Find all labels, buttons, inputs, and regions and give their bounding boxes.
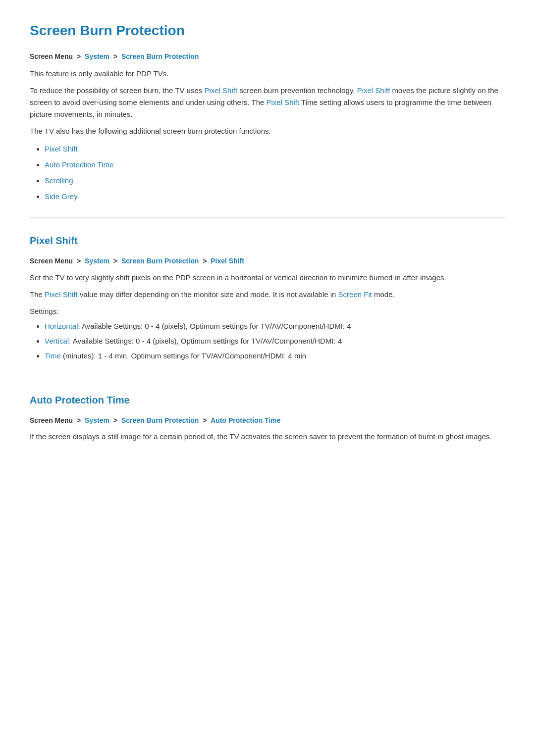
ps-breadcrumb-pixel-shift[interactable]: Pixel Shift <box>211 257 244 265</box>
list-item-pixel-shift: Pixel Shift <box>45 143 505 155</box>
apt-sep-3: > <box>203 416 209 424</box>
apt-sep-2: > <box>113 416 119 424</box>
divider-2 <box>30 377 505 377</box>
apt-sep-1: > <box>77 416 83 424</box>
setting-horizontal: Horizontal: Available Settings: 0 - 4 (p… <box>45 320 505 332</box>
pixel-shift-inline-link-1[interactable]: Pixel Shift <box>45 290 78 299</box>
list-item-scrolling: Scrolling <box>45 175 505 187</box>
time-description: (minutes): 1 - 4 min, Optimum settings f… <box>61 352 306 360</box>
setting-vertical: Vertical: Available Settings: 0 - 4 (pix… <box>45 335 505 347</box>
auto-protection-time-bullet-link[interactable]: Auto Protection Time <box>45 160 113 169</box>
ps-breadcrumb-screen-menu: Screen Menu <box>30 257 73 265</box>
intro-para-1: This feature is only available for PDP T… <box>30 68 505 80</box>
side-grey-bullet-link[interactable]: Side Grey <box>45 192 78 201</box>
breadcrumb-separator-2: > <box>113 52 119 60</box>
ps-sep-3: > <box>203 257 209 265</box>
apt-breadcrumb-system[interactable]: System <box>85 416 109 424</box>
pixel-shift-para-2: The Pixel Shift value may differ dependi… <box>30 289 505 301</box>
breadcrumb-system[interactable]: System <box>85 52 109 60</box>
screen-fit-inline-link[interactable]: Screen Fit <box>338 290 372 299</box>
settings-label: Settings: <box>30 305 505 317</box>
list-item-side-grey: Side Grey <box>45 191 505 202</box>
page-title: Screen Burn Protection <box>30 20 505 42</box>
breadcrumb: Screen Menu > System > Screen Burn Prote… <box>30 51 505 62</box>
apt-breadcrumb-screen-burn[interactable]: Screen Burn Protection <box>121 416 199 424</box>
auto-protection-section-heading: Auto Protection Time <box>30 392 505 408</box>
time-label[interactable]: Time <box>45 352 61 360</box>
ps-breadcrumb-screen-burn[interactable]: Screen Burn Protection <box>121 257 199 265</box>
pixel-shift-para-1: Set the TV to very slightly shift pixels… <box>30 272 505 284</box>
breadcrumb-screen-burn-protection[interactable]: Screen Burn Protection <box>121 52 199 60</box>
breadcrumb-screen-menu: Screen Menu <box>30 52 73 60</box>
feature-list: Pixel Shift Auto Protection Time Scrolli… <box>45 143 505 202</box>
pixel-shift-link-1[interactable]: Pixel Shift <box>204 86 237 95</box>
auto-protection-para-1: If the screen displays a still image for… <box>30 431 505 443</box>
horizontal-description: : Available Settings: 0 - 4 (pixels), Op… <box>78 322 351 330</box>
pixel-shift-link-3[interactable]: Pixel Shift <box>267 98 300 106</box>
pixel-shift-bullet-link[interactable]: Pixel Shift <box>45 145 78 153</box>
scrolling-bullet-link[interactable]: Scrolling <box>45 176 73 185</box>
vertical-label[interactable]: Vertical <box>45 337 69 345</box>
apt-breadcrumb-auto-protection[interactable]: Auto Protection Time <box>211 416 280 424</box>
pixel-shift-section-heading: Pixel Shift <box>30 233 505 249</box>
intro-para-3: The TV also has the following additional… <box>30 125 505 137</box>
horizontal-label[interactable]: Horizontal <box>45 322 78 330</box>
list-item-auto-protection-time: Auto Protection Time <box>45 159 505 171</box>
intro-para-2: To reduce the possibility of screen burn… <box>30 85 505 120</box>
pixel-shift-link-2[interactable]: Pixel Shift <box>357 86 390 95</box>
pixel-shift-breadcrumb: Screen Menu > System > Screen Burn Prote… <box>30 255 505 266</box>
ps-sep-2: > <box>113 257 119 265</box>
ps-sep-1: > <box>77 257 83 265</box>
auto-protection-breadcrumb: Screen Menu > System > Screen Burn Prote… <box>30 415 505 426</box>
setting-time: Time (minutes): 1 - 4 min, Optimum setti… <box>45 350 505 362</box>
vertical-description: : Available Settings: 0 - 4 (pixels), Op… <box>69 337 342 345</box>
ps-breadcrumb-system[interactable]: System <box>85 257 109 265</box>
divider-1 <box>30 217 505 218</box>
breadcrumb-separator-1: > <box>77 52 83 60</box>
pixel-shift-settings-list: Horizontal: Available Settings: 0 - 4 (p… <box>45 320 505 362</box>
apt-breadcrumb-screen-menu: Screen Menu <box>30 416 73 424</box>
